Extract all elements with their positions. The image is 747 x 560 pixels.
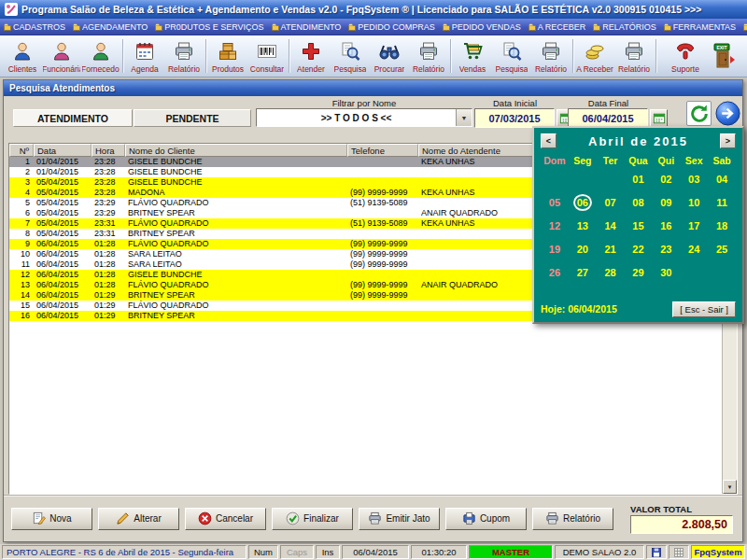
calendar-day[interactable]: 25 [708,237,736,260]
footer-button-emitir-jato[interactable]: Emitir Jato [359,508,440,530]
calendar-day[interactable]: 07 [597,190,625,214]
calendar-day[interactable]: 12 [541,214,569,237]
calendar-day[interactable]: 19 [541,237,569,260]
column-header-hora[interactable]: Hora [92,144,125,157]
toolbar-button-label: Suporte [671,64,699,74]
calendar-next-button[interactable]: > [720,133,736,148]
calendar-day[interactable]: 27 [569,260,597,284]
menu-item-atendimento[interactable]: ATENDIMENTO [268,19,345,35]
tab-pendente[interactable]: PENDENTE [134,109,251,127]
calendar-day[interactable]: 14 [597,214,625,237]
menu-item-label: A RECEBER [538,22,586,32]
toolbar-button-relatorio[interactable]: Relatório [614,36,654,76]
footer-button-alterar[interactable]: Alterar [98,508,179,530]
toolbar-button-relatorio[interactable]: Relatório [531,36,571,76]
client-name-cell: GISELE BUNDCHE [125,177,347,188]
date-cell: 06/04/2015 [34,311,92,321]
calendar-day[interactable]: 08 [625,190,653,214]
calendar-day[interactable]: 20 [569,237,597,260]
menu-item-pedido-vendas[interactable]: PEDIDO VENDAS [439,19,525,35]
go-button[interactable] [715,101,740,126]
calendar-day[interactable]: 29 [625,260,653,284]
toolbar-button-consultar[interactable]: Consultar [247,36,287,76]
menu-item-agendamento[interactable]: AGENDAMENTO [69,19,151,35]
toolbar-button-procurar[interactable]: Procurar [370,36,409,76]
calendar-day[interactable]: 26 [541,260,569,284]
menu-item-pr0dutos-e-servicos[interactable]: PR0DUTOS E SERVIÇOS [151,19,267,35]
time-cell: 01:28 [92,280,125,290]
toolbar-button-label: Produtos [212,64,244,74]
calendar-day[interactable]: 16 [652,214,680,237]
calendar-day[interactable]: 05 [541,190,569,214]
column-header-nome-do-cliente[interactable]: Nome do Cliente [125,144,347,157]
date-start-input[interactable]: 07/03/2015 [474,108,555,128]
toolbar-button-atender[interactable]: Atender [291,36,331,76]
calendar-day[interactable]: 10 [680,190,708,214]
toolbar-button-exit-icon[interactable]: EXIT [705,36,744,76]
menu-item-a-receber[interactable]: A RECEBER [525,19,590,35]
row-number-cell: 14 [9,290,34,301]
client-name-cell: GISELE BUNDCHE [125,167,347,177]
filter-name-select[interactable]: >> T O D O S << ▼ [256,108,472,127]
calendar-day[interactable]: 13 [569,214,597,237]
toolbar-button-pesquisa[interactable]: Pesquisa [492,36,531,76]
toolbar-button-relatorio[interactable]: Relatório [409,36,448,76]
calendar-prev-button[interactable]: < [541,133,557,148]
scroll-down-button[interactable]: ▼ [723,480,737,494]
column-header-n[interactable]: Nº [9,144,34,157]
pesquisa-window-title-bar[interactable]: Pesquisa Atendimentos [4,80,742,96]
calendar-day[interactable]: 01 [625,167,653,190]
footer-button-cancelar[interactable]: Cancelar [185,508,266,530]
toolbar-button-pesquisa[interactable]: Pesquisa [331,36,370,76]
calendar-day[interactable]: 09 [652,190,680,214]
title-bar[interactable]: Programa Salão de Beleza & Estética + Ag… [0,0,747,19]
calendar-day[interactable]: 30 [652,260,680,284]
footer-button-relatorio[interactable]: Relatório [532,508,613,530]
calendar-day[interactable]: 23 [652,237,680,260]
calendar-empty-cell [597,167,625,190]
time-cell: 23:28 [92,177,125,188]
row-number-cell: 3 [9,177,34,188]
refresh-button[interactable] [686,101,712,126]
column-header-data[interactable]: Data [34,144,92,157]
toolbar-button-clientes[interactable]: Clientes [3,36,42,76]
menu-item-ajuda[interactable]: AJUDA [740,19,747,35]
calendar-day[interactable]: 21 [597,237,625,260]
toolbar-button-fornecedor[interactable]: Fornecedor [81,36,120,76]
calendar-day[interactable]: 28 [597,260,625,284]
calendar-day[interactable]: 06 [569,190,597,214]
menu-item-label: PEDIDO COMPRAS [358,22,435,32]
calendar-exit-button[interactable]: [ Esc - Sair ] [672,301,736,317]
calendar-day[interactable]: 04 [708,167,736,190]
tab-atendimento[interactable]: ATENDIMENTO [13,109,133,127]
menu-item-pedido-compras[interactable]: PEDIDO COMPRAS [345,19,439,35]
footer-button-finalizar[interactable]: Finalizar [272,508,353,530]
toolbar-button-agenda[interactable]: Agenda [125,36,164,76]
date-cell: 05/04/2015 [34,188,92,198]
toolbar-button-funcionaria[interactable]: Funcionária [42,36,81,76]
calendar-day[interactable]: 18 [708,214,736,237]
toolbar-button-suporte[interactable]: Suporte [666,36,705,76]
toolbar-button-produtos[interactable]: Produtos [208,36,247,76]
footer-button-cupom[interactable]: Cupom [445,508,527,530]
date-end-input[interactable]: 06/04/2015 [568,108,648,128]
chevron-down-icon[interactable]: ▼ [456,109,472,126]
calendar-day[interactable]: 17 [680,214,708,237]
calendar-day[interactable]: 22 [625,237,653,260]
calendar-day[interactable]: 03 [680,167,708,190]
menu-item-ferramentas[interactable]: FERRAMENTAS [660,19,740,35]
menu-item-icon [272,23,279,31]
calendar-day[interactable]: 02 [652,167,680,190]
menu-item-cadastros[interactable]: CADASTROS [0,19,69,35]
column-header-telefone[interactable]: Telefone [347,144,418,157]
calendar-day[interactable]: 11 [708,190,736,214]
toolbar-button-vendas[interactable]: Vendas [453,36,492,76]
toolbar-button-relatorio[interactable]: Relatório [164,36,204,76]
menu-item-relatorios[interactable]: RELATÓRIOS [589,19,659,35]
calendar-day[interactable]: 24 [680,237,708,260]
calendar-day[interactable]: 15 [625,214,653,237]
toolbar-button-a-receber[interactable]: A Receber [575,36,614,76]
footer-button-nova[interactable]: Nova [11,508,92,530]
date-end-calendar-button[interactable] [650,109,668,127]
date-cell: 06/04/2015 [34,249,92,259]
